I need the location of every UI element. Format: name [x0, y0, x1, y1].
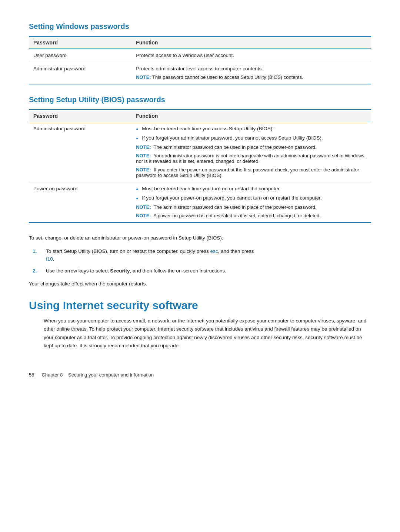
bp-poweron-password-label: Power-on password: [29, 182, 131, 223]
bp-col-password-header: Password: [29, 110, 131, 122]
wp-col-function-header: Function: [131, 36, 371, 49]
bios-passwords-title: Setting Setup Utility (BIOS) passwords: [29, 96, 371, 104]
step-2: 2. Use the arrow keys to select Security…: [33, 267, 371, 275]
bp-admin-note-2: NOTE: Your administrator password is not…: [136, 153, 367, 164]
bp-admin-password-function: Must be entered each time you access Set…: [131, 122, 371, 182]
internet-section-body: When you use your computer to access ema…: [44, 317, 371, 350]
instructions-intro: To set, change, or delete an administrat…: [29, 234, 371, 242]
wp-admin-password-label: Administrator password: [29, 62, 131, 84]
note-label: NOTE:: [136, 74, 151, 80]
bios-passwords-table: Password Function Administrator password…: [29, 109, 371, 223]
bp-admin-note-1: NOTE: The administrator password can be …: [136, 144, 367, 150]
table-row: Power-on password Must be entered each t…: [29, 182, 371, 223]
windows-passwords-table: Password Function User password Protects…: [29, 36, 371, 84]
bp-poweron-note-1: NOTE: The administrator password can be …: [136, 204, 367, 210]
bp-col-function-header: Function: [131, 110, 371, 122]
steps-list: 1. To start Setup Utility (BIOS), turn o…: [33, 247, 371, 275]
note-label: NOTE:: [136, 153, 151, 158]
step-1-num: 1.: [33, 247, 39, 255]
bp-admin-bullets: Must be entered each time you access Set…: [136, 126, 367, 141]
step-1-text: To start Setup Utility (BIOS), turn on o…: [46, 247, 254, 263]
list-item: Must be entered each time you turn on or…: [136, 186, 367, 191]
list-item: If you forget your power-on password, yo…: [136, 195, 367, 201]
step-2-num: 2.: [33, 267, 39, 275]
list-item: Must be entered each time you access Set…: [136, 126, 367, 131]
bp-poweron-password-function: Must be entered each time you turn on or…: [131, 182, 371, 223]
table-row: Administrator password Must be entered e…: [29, 122, 371, 182]
instructions-section: To set, change, or delete an administrat…: [29, 234, 371, 288]
wp-user-password-function: Protects access to a Windows user accoun…: [131, 49, 371, 62]
internet-section-text: When you use your computer to access ema…: [44, 317, 371, 350]
wp-admin-password-function: Protects administrator-level access to c…: [131, 62, 371, 84]
bp-poweron-bullets: Must be entered each time you turn on or…: [136, 186, 367, 201]
table-row: Administrator password Protects administ…: [29, 62, 371, 84]
wp-admin-note: NOTE: This password cannot be used to ac…: [136, 74, 367, 80]
page-number: 58: [29, 372, 34, 378]
step-1: 1. To start Setup Utility (BIOS), turn o…: [33, 247, 371, 263]
list-item: If you forget your administrator passwor…: [136, 135, 367, 141]
wp-col-password-header: Password: [29, 36, 131, 49]
wp-user-password-label: User password: [29, 49, 131, 62]
bp-admin-password-label: Administrator password: [29, 122, 131, 182]
note-label: NOTE:: [136, 144, 151, 150]
wp-admin-note-text: This password cannot be used to access S…: [152, 74, 303, 80]
chapter-label: Chapter 8 Securing your computer and inf…: [41, 372, 154, 378]
internet-section: Using Internet security software When yo…: [29, 299, 371, 350]
page-footer: 58 Chapter 8 Securing your computer and …: [29, 372, 371, 378]
windows-passwords-title: Setting Windows passwords: [29, 22, 371, 31]
table-row: User password Protects access to a Windo…: [29, 49, 371, 62]
windows-passwords-section: Setting Windows passwords Password Funct…: [29, 22, 371, 84]
note-label: NOTE:: [136, 204, 151, 210]
f10-link: f10: [46, 256, 53, 262]
note-label: NOTE:: [136, 213, 151, 218]
bp-poweron-note-2: NOTE: A power-on password is not reveale…: [136, 213, 367, 218]
step-2-text: Use the arrow keys to select Security, a…: [46, 267, 226, 275]
bios-passwords-section: Setting Setup Utility (BIOS) passwords P…: [29, 96, 371, 223]
bp-admin-note-3: NOTE: If you enter the power-on password…: [136, 167, 367, 178]
note-label: NOTE:: [136, 167, 151, 173]
internet-section-title: Using Internet security software: [29, 299, 371, 312]
instructions-closing: Your changes take effect when the comput…: [29, 280, 371, 288]
esc-link: esc: [210, 248, 218, 254]
